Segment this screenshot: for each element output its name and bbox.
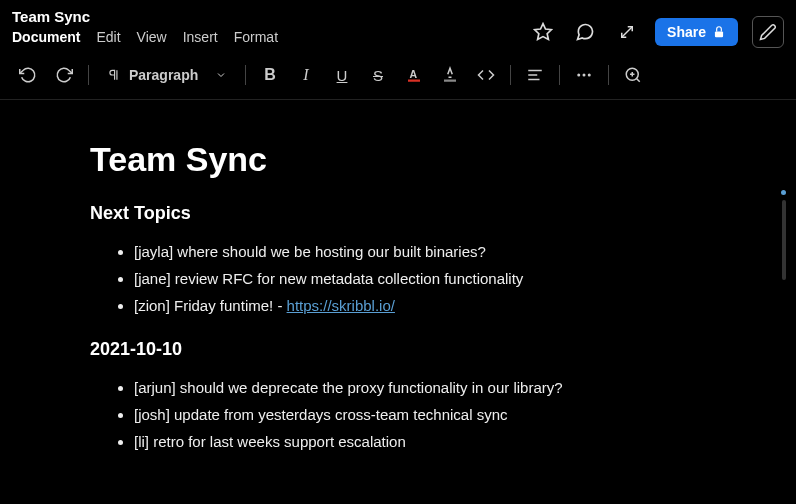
paragraph-style-selector[interactable]: Paragraph [97, 63, 237, 87]
share-label: Share [667, 24, 706, 40]
document-title[interactable]: Team Sync [90, 140, 706, 179]
more-button[interactable] [568, 59, 600, 91]
list-item[interactable]: [li] retro for last weeks support escala… [134, 428, 706, 455]
code-button[interactable] [470, 59, 502, 91]
paragraph-style-label: Paragraph [129, 67, 198, 83]
star-icon[interactable] [529, 18, 557, 46]
scroll-indicator [781, 190, 786, 195]
menu-format[interactable]: Format [234, 29, 278, 45]
italic-button[interactable]: I [290, 59, 322, 91]
svg-point-9 [577, 74, 580, 77]
svg-point-11 [588, 74, 591, 77]
strikethrough-button[interactable]: S [362, 59, 394, 91]
bullet-list[interactable]: [jayla] where should we be hosting our b… [90, 238, 706, 319]
expand-icon[interactable] [613, 18, 641, 46]
svg-line-1 [622, 27, 633, 38]
menu-insert[interactable]: Insert [183, 29, 218, 45]
text-color-button[interactable]: A [398, 59, 430, 91]
section-heading[interactable]: 2021-10-10 [90, 339, 706, 360]
document-content[interactable]: Team Sync Next Topics [jayla] where shou… [0, 100, 796, 494]
svg-rect-2 [715, 31, 723, 37]
comment-icon[interactable] [571, 18, 599, 46]
menu-edit[interactable]: Edit [96, 29, 120, 45]
scrollbar[interactable] [782, 200, 786, 280]
edit-button[interactable] [752, 16, 784, 48]
share-button[interactable]: Share [655, 18, 738, 46]
svg-line-13 [636, 78, 639, 81]
list-item[interactable]: [josh] update from yesterdays cross-team… [134, 401, 706, 428]
link[interactable]: https://skribbl.io/ [287, 297, 395, 314]
chevron-down-icon [215, 69, 227, 81]
svg-marker-0 [535, 24, 552, 40]
bullet-list[interactable]: [arjun] should we deprecate the proxy fu… [90, 374, 706, 455]
svg-text:A: A [410, 68, 418, 80]
list-item-text: [zion] Friday funtime! - [134, 297, 287, 314]
zoom-button[interactable] [617, 59, 649, 91]
menu-view[interactable]: View [137, 29, 167, 45]
svg-rect-4 [408, 80, 420, 82]
list-item[interactable]: [jane] review RFC for new metadata colle… [134, 265, 706, 292]
menu-document[interactable]: Document [12, 29, 80, 45]
redo-button[interactable] [48, 59, 80, 91]
section-heading[interactable]: Next Topics [90, 203, 706, 224]
list-item[interactable]: [jayla] where should we be hosting our b… [134, 238, 706, 265]
list-item[interactable]: [arjun] should we deprecate the proxy fu… [134, 374, 706, 401]
svg-rect-5 [444, 80, 456, 82]
bold-button[interactable]: B [254, 59, 286, 91]
toolbar: Paragraph B I U S A [0, 51, 796, 100]
highlight-button[interactable] [434, 59, 466, 91]
undo-button[interactable] [12, 59, 44, 91]
svg-point-10 [583, 74, 586, 77]
pencil-icon [759, 23, 777, 41]
list-item[interactable]: [zion] Friday funtime! - https://skribbl… [134, 292, 706, 319]
underline-button[interactable]: U [326, 59, 358, 91]
lock-icon [712, 25, 726, 39]
paragraph-icon [107, 68, 121, 82]
align-button[interactable] [519, 59, 551, 91]
